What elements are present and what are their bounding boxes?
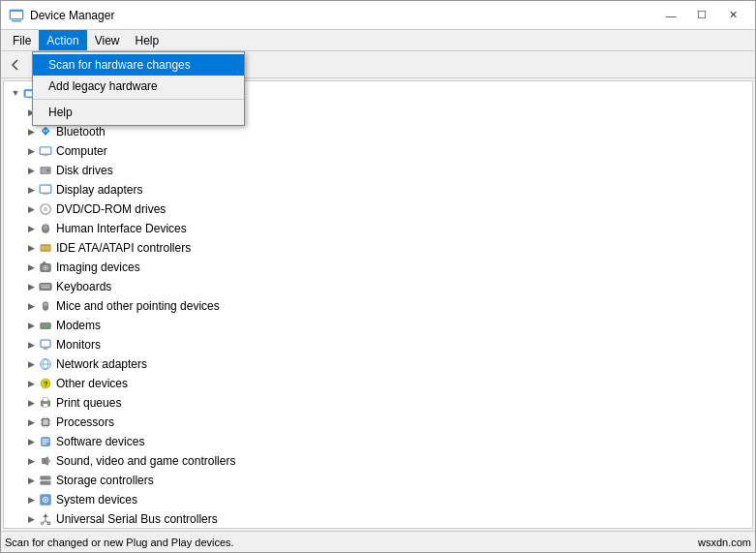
restore-button[interactable]: ☐	[687, 6, 716, 25]
menu-view[interactable]: View	[87, 30, 128, 50]
menu-action[interactable]: Action	[39, 30, 86, 50]
svg-rect-64	[48, 401, 49, 402]
svg-rect-24	[43, 194, 47, 195]
menu-help[interactable]: Help	[128, 30, 167, 50]
svg-rect-43	[42, 287, 50, 288]
tree-monitors[interactable]: ▶ Monitors	[4, 335, 752, 354]
display-expand[interactable]: ▶	[23, 182, 39, 198]
svg-point-86	[45, 499, 46, 501]
tree-dvd[interactable]: ▶ DVD/CD-ROM drives	[4, 200, 752, 219]
tree-sound[interactable]: ▶ Sound, video and game controllers	[4, 451, 752, 471]
bluetooth-expand[interactable]: ▶	[23, 124, 39, 139]
system-expand[interactable]: ▶	[23, 492, 39, 507]
storage-expand[interactable]: ▶	[23, 473, 39, 488]
tree-display[interactable]: ▶ Display adapters	[4, 180, 752, 200]
tree-usb[interactable]: ▶ Universal Serial Bus controllers	[4, 509, 752, 529]
mice-expand[interactable]: ▶	[23, 298, 39, 314]
tree-other[interactable]: ▶ ? Other devices	[4, 374, 752, 393]
svg-point-50	[44, 325, 45, 327]
svg-marker-90	[44, 514, 47, 517]
tree-disk[interactable]: ▶ Disk drives	[4, 161, 752, 180]
print-expand[interactable]: ▶	[23, 395, 39, 411]
tree-imaging[interactable]: ▶ Imaging devices	[4, 258, 752, 277]
svg-rect-62	[43, 398, 47, 402]
menu-file[interactable]: File	[5, 30, 39, 50]
tree-ide[interactable]: ▶ IDE ATA/ATAPI controllers	[4, 238, 752, 258]
software-expand[interactable]: ▶	[23, 434, 39, 449]
display-icon	[39, 183, 52, 197]
svg-rect-46	[44, 303, 45, 305]
keyboards-expand[interactable]: ▶	[23, 279, 39, 294]
ide-label: IDE ATA/ATAPI controllers	[56, 241, 191, 255]
svg-rect-63	[43, 404, 47, 408]
processor-icon	[39, 415, 52, 429]
processors-expand[interactable]: ▶	[23, 415, 39, 430]
keyboards-label: Keyboards	[56, 280, 111, 293]
network-icon	[39, 357, 52, 371]
bluetooth-icon	[39, 125, 52, 138]
other-expand[interactable]: ▶	[23, 376, 39, 391]
usb-expand[interactable]: ▶	[23, 511, 39, 527]
menu-scan-hardware[interactable]: Scan for hardware changes	[33, 54, 244, 76]
tree-network[interactable]: ▶ Network adapters	[4, 354, 752, 374]
tree-hid[interactable]: ▶ Human Interface Devices	[4, 219, 752, 238]
modems-label: Modems	[56, 319, 101, 332]
tree-computer[interactable]: ▶ Computer	[4, 141, 752, 161]
device-tree[interactable]: ▼ DESKTOP-ABC123 ▶ Batteries	[3, 80, 753, 529]
ide-expand[interactable]: ▶	[23, 240, 39, 256]
display-label: Display adapters	[56, 183, 142, 197]
sound-expand[interactable]: ▶	[23, 453, 39, 469]
sound-label: Sound, video and game controllers	[56, 454, 235, 468]
disk-expand[interactable]: ▶	[23, 163, 39, 178]
hid-label: Human Interface Devices	[56, 222, 187, 235]
menu-add-legacy[interactable]: Add legacy hardware	[33, 76, 244, 97]
dvd-icon	[39, 202, 52, 216]
tree-keyboards[interactable]: ▶ Keyboards	[4, 277, 752, 296]
title-icon	[9, 8, 24, 23]
system-label: System devices	[56, 493, 137, 507]
tree-view: ▼ DESKTOP-ABC123 ▶ Batteries	[4, 81, 752, 529]
tree-system[interactable]: ▶ System devices	[4, 490, 752, 509]
monitors-label: Monitors	[56, 338, 101, 352]
modems-expand[interactable]: ▶	[23, 318, 39, 333]
hid-icon	[39, 222, 52, 235]
root-expand[interactable]: ▼	[8, 85, 23, 101]
computer-expand[interactable]: ▶	[23, 143, 39, 159]
title-bar: Device Manager — ☐ ✕	[1, 1, 755, 30]
tree-modems[interactable]: ▶ Modems	[4, 316, 752, 335]
svg-rect-79	[43, 458, 45, 463]
svg-rect-76	[43, 439, 49, 440]
tree-storage[interactable]: ▶ Storage controllers	[4, 471, 752, 490]
title-bar-left: Device Manager	[9, 8, 114, 23]
svg-rect-54	[43, 348, 47, 349]
usb-icon	[39, 512, 52, 526]
computer-label: Computer	[56, 144, 107, 158]
dvd-expand[interactable]: ▶	[23, 201, 39, 217]
imaging-expand[interactable]: ▶	[23, 260, 39, 275]
system-icon	[39, 493, 52, 507]
title-text: Device Manager	[30, 9, 114, 22]
svg-rect-41	[45, 285, 47, 286]
monitors-expand[interactable]: ▶	[23, 337, 39, 353]
tree-mice[interactable]: ▶ Mice and other pointing devices	[4, 296, 752, 316]
minimize-button[interactable]: —	[656, 6, 685, 25]
tree-processors[interactable]: ▶ Processors	[4, 413, 752, 432]
svg-point-83	[49, 482, 51, 484]
sound-icon	[39, 454, 52, 468]
svg-rect-78	[43, 444, 46, 445]
hid-expand[interactable]: ▶	[23, 221, 39, 236]
toolbar-back[interactable]	[5, 54, 28, 76]
svg-point-27	[45, 208, 45, 209]
network-expand[interactable]: ▶	[23, 356, 39, 372]
disk-label: Disk drives	[56, 164, 113, 177]
svg-point-82	[49, 477, 51, 479]
svg-point-36	[45, 266, 46, 268]
close-button[interactable]: ✕	[718, 6, 747, 25]
svg-rect-55	[44, 349, 47, 350]
tree-software[interactable]: ▶ Software devices	[4, 432, 752, 451]
tree-print[interactable]: ▶ Print queues	[4, 393, 752, 413]
svg-point-21	[46, 169, 49, 172]
menu-help-item[interactable]: Help	[33, 102, 244, 123]
disk-icon	[39, 164, 52, 177]
dropdown-separator	[33, 99, 244, 100]
